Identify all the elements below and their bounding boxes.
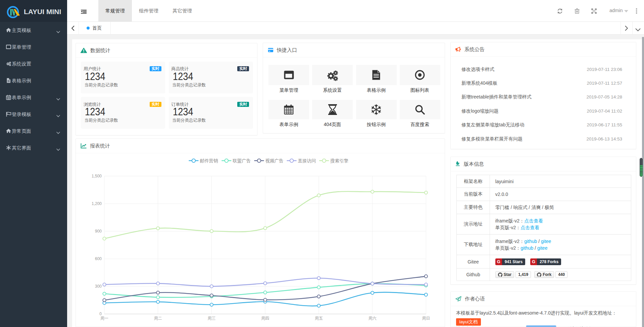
svg-text:周四: 周四 bbox=[261, 316, 269, 321]
svg-text:1,500: 1,500 bbox=[92, 174, 102, 178]
svg-text:周一: 周一 bbox=[100, 316, 108, 321]
svg-text:视频广告: 视频广告 bbox=[265, 158, 284, 163]
svg-text:周六: 周六 bbox=[368, 316, 377, 321]
svg-text:联盟广告: 联盟广告 bbox=[233, 158, 251, 163]
svg-text:600: 600 bbox=[95, 256, 102, 261]
svg-text:直接访问: 直接访问 bbox=[298, 158, 316, 163]
svg-text:周日: 周日 bbox=[422, 316, 430, 321]
svg-text:周二: 周二 bbox=[154, 316, 162, 321]
svg-text:1,200: 1,200 bbox=[92, 201, 102, 206]
svg-text:900: 900 bbox=[95, 229, 102, 234]
svg-text:搜索引擎: 搜索引擎 bbox=[330, 158, 348, 163]
svg-text:0: 0 bbox=[99, 312, 102, 316]
svg-text:邮件营销: 邮件营销 bbox=[200, 158, 218, 163]
svg-text:周三: 周三 bbox=[208, 316, 216, 321]
svg-text:周五: 周五 bbox=[315, 316, 323, 321]
svg-text:300: 300 bbox=[95, 284, 102, 289]
